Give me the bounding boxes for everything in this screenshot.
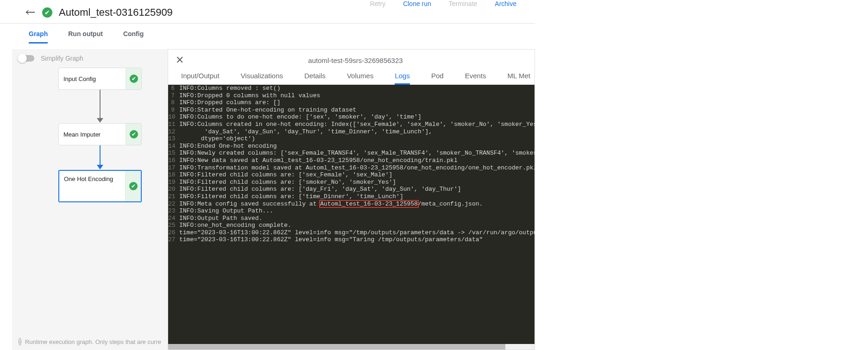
footer-note: i Runtime execution graph. Only steps th… (12, 333, 168, 350)
line-number: 18 (168, 171, 179, 179)
log-text: INFO:Output Path saved. (179, 215, 535, 222)
log-text: INFO:Saving Output Path... (179, 207, 535, 215)
tab-input-output[interactable]: Input/Output (181, 72, 220, 85)
log-line: 15INFO:Newly created columns: ['sex_Fema… (168, 150, 535, 157)
tab-config[interactable]: Config (123, 30, 144, 44)
log-text: INFO:New data saved at Automl_test_16-03… (179, 157, 535, 164)
footer-text: Runtime execution graph. Only steps that… (25, 338, 161, 345)
log-line: 23INFO:Saving Output Path... (168, 207, 535, 215)
line-number: 19 (168, 179, 179, 186)
log-line: 21INFO:Filtered child columns are: ['tim… (168, 193, 535, 200)
log-text: INFO:Columns to do one-hot encode: ['sex… (179, 113, 535, 121)
line-number: 7 (168, 92, 179, 100)
graph-panel: Simplify Graph Input Config ✔ Mean Imput… (12, 49, 168, 350)
line-number: 20 (168, 186, 179, 193)
node-status: ✔ (126, 68, 141, 89)
node-one-hot-encoding[interactable]: One Hot Encoding ✔ (58, 170, 142, 202)
log-line: 24INFO:Output Path saved. (168, 215, 535, 222)
detail-panel: ✕ automl-test-59srs-3269856323 Input/Out… (168, 49, 535, 350)
log-line: 22INFO:Meta config saved successfully at… (168, 200, 535, 208)
edge (100, 90, 101, 119)
line-number: 10 (168, 113, 179, 121)
check-icon: ✔ (130, 75, 138, 83)
run-actions: Retry Clone run Terminate Archive (370, 0, 535, 9)
line-number: 8 (168, 99, 179, 106)
tab-visualizations[interactable]: Visualizations (241, 72, 283, 85)
log-text: INFO:Ended One-hot encoding (179, 143, 535, 150)
tab-logs[interactable]: Logs (395, 72, 410, 85)
log-text: INFO:Dropped columns are: [] (179, 99, 535, 106)
line-number: 6 (168, 85, 179, 92)
arrowhead-icon (97, 165, 103, 169)
log-line: 27time="2023-03-16T13:00:22.862Z" level=… (168, 236, 535, 244)
log-text: INFO:Dropped 0 columns with null values (179, 92, 535, 100)
log-text: INFO:Newly created columns: ['sex_Female… (179, 150, 535, 157)
log-text: INFO:Meta config saved successfully at A… (179, 200, 535, 208)
tab-pod[interactable]: Pod (431, 72, 444, 85)
log-line: 26time="2023-03-16T13:00:22.862Z" level=… (168, 229, 535, 237)
tab-graph[interactable]: Graph (29, 30, 48, 44)
node-input-config[interactable]: Input Config ✔ (58, 68, 142, 90)
node-label: One Hot Encoding (59, 171, 125, 182)
log-text: INFO:Filtered child columns are: ['sex_F… (179, 171, 535, 179)
close-icon[interactable]: ✕ (176, 54, 184, 66)
archive-action[interactable]: Archive (495, 0, 516, 7)
detail-title: automl-test-59srs-3269856323 (184, 56, 527, 64)
simplify-toggle[interactable] (19, 55, 34, 62)
log-text: INFO:Filtered child columns are: ['smoke… (179, 179, 535, 186)
log-line: 19INFO:Filtered child columns are: ['smo… (168, 179, 535, 186)
arrowhead-icon (97, 118, 103, 123)
log-text: time="2023-03-16T13:00:22.862Z" level=in… (179, 229, 535, 237)
tab-details[interactable]: Details (304, 72, 326, 85)
log-line: 16INFO:New data saved at Automl_test_16-… (168, 157, 535, 164)
log-line: 8INFO:Dropped columns are: [] (168, 99, 535, 106)
tab-ml-metadata[interactable]: ML Met (508, 72, 530, 85)
line-number: 27 (168, 236, 179, 244)
clone-run-action[interactable]: Clone run (403, 0, 431, 7)
log-text: INFO:Columns removed : set() (179, 85, 535, 92)
line-number: 21 (168, 193, 179, 200)
tab-events[interactable]: Events (465, 72, 486, 85)
line-number: 14 (168, 143, 179, 150)
log-line: 18INFO:Filtered child columns are: ['sex… (168, 171, 535, 179)
line-number: 11 (168, 121, 179, 128)
tab-volumes[interactable]: Volumes (347, 72, 374, 85)
check-icon: ✔ (130, 130, 138, 138)
check-icon: ✔ (129, 182, 138, 190)
tab-run-output[interactable]: Run output (68, 30, 103, 44)
edge (100, 145, 101, 165)
log-viewer[interactable]: 6INFO:Columns removed : set()7INFO:Dropp… (168, 85, 535, 344)
line-number: 12 (168, 128, 179, 136)
log-text: INFO:Started One-hot-encoding on trainin… (179, 106, 535, 114)
graph-area: Input Config ✔ Mean Imputer ✔ One Hot En… (12, 68, 168, 333)
line-number: 16 (168, 157, 179, 164)
log-line: 9INFO:Started One-hot-encoding on traini… (168, 106, 535, 114)
run-title: Automl_test-0316125909 (59, 6, 173, 19)
line-number: 25 (168, 222, 179, 229)
log-line: 25INFO:one_hot_encoding complete. (168, 222, 535, 229)
simplify-toggle-row: Simplify Graph (12, 49, 168, 68)
node-mean-imputer[interactable]: Mean Imputer ✔ (58, 123, 142, 145)
log-line: 11INFO:Columns created in one-hot encodi… (168, 121, 535, 128)
node-status: ✔ (125, 171, 141, 201)
log-line: 17INFO:Transformation model saved at Aut… (168, 164, 535, 172)
back-arrow-icon[interactable]: 🡐 (25, 6, 36, 19)
line-number: 15 (168, 150, 179, 157)
detail-tabs: Input/Output Visualizations Details Volu… (168, 72, 535, 85)
line-number: 23 (168, 207, 179, 215)
log-text: INFO:one_hot_encoding complete. (179, 222, 535, 229)
log-text: INFO:Transformation model saved at Autom… (179, 164, 535, 172)
node-status: ✔ (126, 124, 141, 145)
scrollbar-thumb[interactable] (168, 344, 505, 350)
node-label: Mean Imputer (59, 131, 126, 138)
log-line: 13 dtype='object') (168, 135, 535, 143)
line-number: 13 (168, 135, 179, 143)
log-text: 'day_Sat', 'day_Sun', 'day_Thur', 'time_… (179, 128, 535, 136)
simplify-label: Simplify Graph (41, 55, 83, 62)
log-line: 12 'day_Sat', 'day_Sun', 'day_Thur', 'ti… (168, 128, 535, 136)
horizontal-scrollbar[interactable] (168, 344, 535, 350)
retry-action: Retry (370, 0, 385, 7)
main-tabs: Graph Run output Config (0, 24, 535, 44)
log-line: 10INFO:Columns to do one-hot encode: ['s… (168, 113, 535, 121)
node-label: Input Config (59, 75, 126, 82)
